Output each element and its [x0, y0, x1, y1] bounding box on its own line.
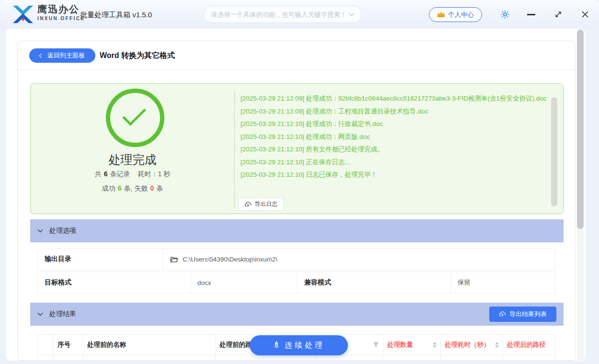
cloud-upload-icon — [244, 201, 252, 208]
back-to-dashboard-button[interactable]: 返回到主面板 — [29, 48, 95, 63]
chevron-down-icon — [348, 12, 355, 16]
target-format-value[interactable]: docx — [191, 272, 298, 294]
filter-funnel-icon[interactable] — [373, 342, 379, 348]
output-dir-row: 输出目录 C:\Users\54390\Desktop\inxun\2\ — [37, 248, 555, 270]
chevron-down-icon — [37, 312, 43, 316]
total-count: 6 — [104, 170, 108, 178]
chevron-left-icon — [39, 54, 44, 58]
function-search-select[interactable] — [204, 6, 362, 23]
success-fail-line: 成功6条, 失败0条 — [31, 184, 234, 193]
brand-block: 鹰迅办公 INXUN OFFICE — [37, 4, 85, 21]
app-title: 批量处理工具箱 v1.5.0 — [80, 0, 152, 30]
output-dir-label: 输出目录 — [37, 248, 163, 270]
process-log-area: [2025-03-29 21:12:09] 处理成功：92bfc8b1c0844… — [234, 91, 551, 208]
export-log-button[interactable]: 导出日志 — [238, 198, 284, 211]
back-button-label: 返回到主面板 — [47, 51, 85, 60]
titlebar: 鹰迅办公 INXUN OFFICE 批量处理工具箱 v1.5.0 个人中心 — [0, 0, 599, 29]
col-process-time[interactable]: 处理耗时（秒） — [441, 335, 503, 355]
elapsed-time: 耗时：1 秒 — [138, 170, 171, 178]
page-scrollbar-thumb[interactable] — [577, 30, 584, 229]
col-expander — [38, 335, 54, 355]
log-scrollbar-thumb[interactable] — [551, 97, 557, 206]
folder-icon — [170, 256, 178, 263]
col-index: 序号 — [54, 335, 83, 355]
brand-name: 鹰迅办公 — [37, 4, 85, 14]
log-line: [2025-03-29 21:12:10] 处理成功：网页版.doc — [241, 131, 550, 144]
output-dir-path: C:\Users\54390\Desktop\inxun\2\ — [183, 256, 277, 263]
table-row — [37, 355, 555, 361]
results-section-title: 处理结果 — [49, 310, 76, 318]
export-result-list-label: 导出结果列表 — [509, 310, 547, 318]
options-section-header[interactable]: 处理选项 — [30, 219, 564, 242]
compat-mode-label: 兼容模式 — [298, 272, 451, 294]
search-input[interactable] — [211, 11, 348, 18]
page-title: Word 转换为其它格式 — [100, 41, 175, 70]
export-log-label: 导出日志 — [254, 200, 277, 208]
crown-icon — [437, 11, 445, 18]
sort-carets-icon[interactable] — [495, 342, 499, 348]
fail-count: 0 — [150, 184, 154, 192]
result-summary-panel: 处理完成 共6条记录耗时：1 秒 成功6条, 失败0条 [2025-03-29 … — [30, 83, 564, 214]
minimize-button[interactable] — [527, 14, 535, 15]
status-title: 处理完成 — [31, 152, 234, 168]
log-line: [2025-03-29 21:12:10] 日志已保存，处理完毕！ — [241, 169, 550, 182]
format-options-row: 目标格式 docx 兼容模式 保留 — [37, 272, 555, 294]
col-name-before: 处理前的名称 — [83, 335, 216, 355]
success-count: 6 — [118, 184, 122, 192]
total-stats-line: 共6条记录耗时：1 秒 — [31, 170, 234, 179]
page-header: 返回到主面板 Word 转换为其它格式 — [18, 41, 575, 70]
brand-subtitle: INXUN OFFICE — [37, 16, 85, 21]
sort-carets-icon[interactable] — [433, 342, 437, 348]
chevron-down-icon — [37, 229, 43, 233]
log-line: [2025-03-29 21:12:10] 所有文件都已经处理完成。 — [241, 143, 550, 156]
log-line: [2025-03-29 21:12:09] 处理成功：92bfc8b1c0844… — [241, 92, 550, 105]
cloud-upload-icon — [499, 311, 506, 318]
output-dir-value[interactable]: C:\Users\54390\Desktop\inxun\2\ — [163, 248, 555, 270]
continue-process-label: 连续处理 — [285, 341, 325, 351]
maximize-button[interactable] — [554, 10, 563, 19]
target-format-label: 目标格式 — [37, 272, 191, 294]
user-center-button[interactable]: 个人中心 — [429, 7, 482, 22]
log-line: [2025-03-29 21:12:10] 处理成功：行政裁定书.doc — [241, 118, 550, 131]
app-logo-icon — [12, 4, 35, 25]
options-section-title: 处理选项 — [49, 227, 76, 235]
main-content-card: 返回到主面板 Word 转换为其它格式 处理完成 共6条记录耗时：1 秒 成功6… — [6, 29, 586, 361]
log-line: [2025-03-29 21:12:10] 正在保存日志... — [241, 156, 550, 169]
export-result-list-button[interactable]: 导出结果列表 — [489, 307, 556, 322]
col-path-after: 处理后的路径 — [503, 335, 556, 355]
settings-gear-icon[interactable] — [500, 10, 510, 19]
log-line: [2025-03-29 21:12:09] 处理成功：工程项目普通目录技术指导.… — [241, 105, 550, 118]
results-section-header[interactable]: 处理结果 导出结果列表 — [30, 303, 564, 326]
col-process-count[interactable]: 处理数量 — [383, 335, 441, 355]
rocket-icon — [273, 341, 280, 350]
success-check-icon — [106, 89, 164, 147]
function-page-panel: 返回到主面板 Word 转换为其它格式 处理完成 共6条记录耗时：1 秒 成功6… — [17, 41, 576, 361]
compat-mode-value[interactable]: 保留 — [451, 272, 555, 294]
continue-process-button[interactable]: 连续处理 — [250, 335, 348, 355]
user-center-label: 个人中心 — [448, 11, 474, 19]
close-button[interactable] — [580, 10, 590, 19]
log-lines: [2025-03-29 21:12:09] 处理成功：92bfc8b1c0844… — [241, 92, 550, 182]
